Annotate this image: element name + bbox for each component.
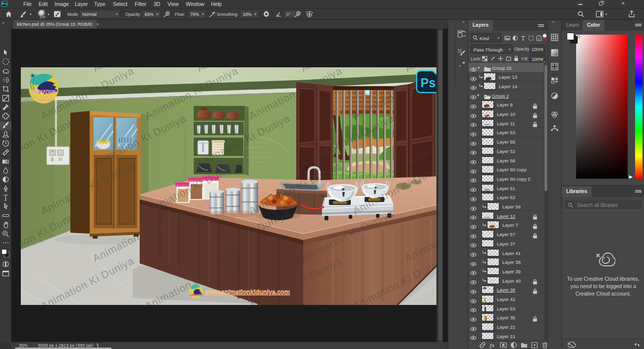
svg-text:DUNIYA: DUNIYA [37, 98, 52, 102]
svg-text:fx: fx [490, 342, 495, 348]
svg-text:ANIMATION: ANIMATION [32, 89, 55, 94]
svg-text:Ps: Ps [421, 76, 436, 90]
svg-text:DUNIYA: DUNIYA [193, 297, 200, 299]
svg-text:KI: KI [43, 94, 47, 98]
svg-text:www.animationkiduniya.com: www.animationkiduniya.com [205, 289, 290, 296]
